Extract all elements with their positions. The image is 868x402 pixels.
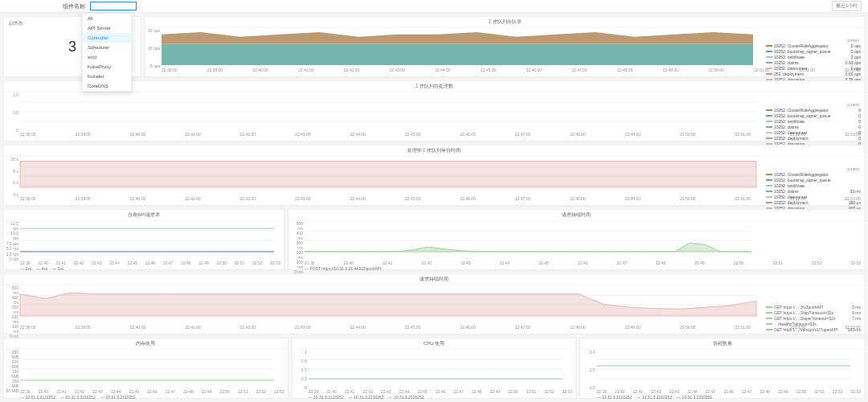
legend-item[interactable]: 10252: daemonset0	[766, 129, 862, 135]
legend-item[interactable]: GET https://…:3/v3pushAPI5 ms	[766, 304, 862, 310]
x-tick: 22:39:00	[75, 196, 90, 201]
x-tick: 22:53	[563, 389, 573, 394]
legend-item[interactable]: 10252: ClusterRoleAggregator0	[766, 107, 862, 113]
x-tick: 22:42	[651, 389, 661, 394]
x-tick: 22:50:00	[680, 196, 695, 201]
legend-item[interactable]: 252: deployment0.60 ops	[766, 71, 862, 76]
x-tick: 22:40:00	[130, 325, 145, 330]
component-select-input[interactable]	[90, 2, 137, 10]
panel-cpu: CPU 使用 10.80.50.3022:3922:4022:4122:4222…	[292, 338, 577, 399]
topbar: 组件名称: 最近1小时	[0, 0, 868, 13]
x-tick: 22:49	[778, 389, 788, 394]
legend-item[interactable]: GET https://…:3/api?timeout=32s9 ms	[766, 310, 862, 315]
x-tick: 22:41	[345, 389, 355, 394]
legend-item[interactable]: 10.31.3.2210252	[349, 395, 384, 400]
dropdown-item[interactable]: API Server	[83, 23, 131, 33]
chart-svg	[4, 350, 277, 388]
y-tick: 1.5	[582, 367, 595, 372]
legend-item[interactable]: 10252: claims0.93 ops	[766, 59, 862, 65]
legend-item[interactable]: 10.31.3.2110252	[309, 395, 344, 400]
legend-item[interactable]: 10252: daemonset	[766, 194, 862, 199]
x-tick: 22:49	[694, 260, 705, 265]
x-tick: 22:50:00	[680, 132, 695, 137]
y-tick: 250 MiB	[6, 350, 18, 359]
x-tick: 22:46	[145, 260, 156, 265]
y-tick: 150 MiB	[6, 369, 18, 379]
legend-item[interactable]: 10252: bootstrap_signer_queue0	[766, 113, 862, 118]
legend-item[interactable]: 4xx	[36, 266, 47, 271]
x-tick: 22:51	[814, 389, 825, 394]
x-tick: 22:42:00	[240, 325, 256, 330]
x-tick: 22:39	[309, 389, 319, 394]
y-tick: 1	[294, 350, 307, 355]
legend-item[interactable]: 10.31.3.2310252	[389, 395, 424, 400]
legend-item[interactable]: 10252: ClusterRoleAggregator0 ops	[766, 43, 862, 48]
panel-api-rate: 自身API请求率 12.5 rps10.0 rps7.5 rps5.0 rps2…	[3, 209, 285, 270]
legend-item[interactable]: 10252: claims33 ms	[766, 188, 862, 194]
x-tick: 22:41:00	[185, 325, 200, 330]
chart-svg	[4, 285, 760, 324]
x-tick: 22:47:00	[515, 196, 530, 201]
x-tick: 22:50	[508, 389, 518, 394]
y-tick: 0.8	[294, 359, 307, 363]
dropdown-item[interactable]: All	[83, 14, 131, 23]
legend-item[interactable]: 10.31.3.2110252	[596, 395, 632, 400]
x-tick: 22:45	[127, 260, 137, 265]
y-tick: 200 ms	[290, 250, 303, 260]
x-tick: 22:39	[596, 389, 607, 394]
legend-item[interactable]: 10252: bootstrap_signer_queue0 ops	[766, 48, 862, 54]
legend-item[interactable]: 10252: deployment0	[766, 135, 862, 141]
legend-item[interactable]: 10252: ClusterRoleAggregator	[766, 171, 862, 177]
legend-item[interactable]: 10252: claims0	[766, 124, 862, 129]
x-tick: 22:43	[669, 389, 680, 394]
time-range-picker[interactable]: 最近1小时	[832, 1, 862, 11]
legend-item[interactable]: 10.31.3.2310252	[677, 395, 712, 400]
x-tick: 22:45:00	[481, 68, 496, 72]
legend-item[interactable]: GET https://…/version/v1/?openAPI160 ms	[766, 326, 862, 332]
x-tick: 22:44:00	[350, 325, 366, 330]
chart-svg	[4, 221, 277, 260]
chart-svg	[145, 28, 756, 67]
chart-svg	[293, 350, 566, 388]
y-tick: 7.5 rps	[6, 241, 18, 246]
replicas-value: 3	[68, 39, 76, 55]
dropdown-item[interactable]: Controller	[83, 33, 131, 43]
legend-item[interactable]: 10252: certificate	[766, 183, 862, 188]
legend-item[interactable]: GET https://…:3/apis?timeout=32s7 ms	[766, 315, 862, 321]
x-tick: 22:52	[833, 389, 843, 394]
chart-svg	[580, 350, 854, 388]
legend-item[interactable]: …/healthz?timeout=32s	[766, 321, 862, 326]
y-tick: 100 MiB	[6, 379, 18, 388]
legend-item[interactable]: 10252: certificate0	[766, 118, 862, 124]
dropdown-item[interactable]: Scheduler	[83, 43, 131, 52]
legend-item[interactable]: 10252: certificate0 ops	[766, 54, 862, 59]
y-tick: 100 ms	[6, 324, 18, 334]
dropdown-item[interactable]: KubeProxy	[83, 62, 131, 72]
y-tick: 300 ms	[6, 305, 18, 314]
x-tick: 22:43	[92, 260, 102, 265]
legend-item[interactable]: 5xx	[52, 266, 63, 271]
legend-item[interactable]: 10.31.3.2110252	[20, 395, 55, 400]
x-tick: 22:50	[796, 389, 807, 394]
x-tick: 22:48	[183, 389, 194, 394]
x-tick: 22:43	[381, 389, 391, 394]
x-tick: 22:46:00	[460, 325, 475, 330]
legend-item[interactable]: 2xx	[20, 266, 31, 271]
legend-item[interactable]: 10252: bootstrap_signer_queue	[766, 177, 862, 183]
dropdown-item[interactable]: Kubelet	[83, 72, 131, 81]
x-tick: 22:51	[772, 260, 783, 265]
legend-item[interactable]: 10.31.3.2310252	[100, 395, 136, 400]
legend-item[interactable]: 10252: deployment380 µs	[766, 199, 862, 205]
x-tick: 22:43:00	[295, 132, 310, 137]
dropdown-item[interactable]: CoreDNS	[83, 81, 131, 91]
legend-item[interactable]: 10.31.3.2210252	[60, 395, 96, 400]
x-tick: 22:46:00	[460, 196, 475, 201]
legend-item[interactable]: POST https://10.31.3.21:443/10pushAPI	[305, 266, 382, 271]
legend-item[interactable]: 10252: daemonset0 ops	[766, 65, 862, 71]
x-tick: 22:43:00	[389, 68, 404, 72]
legend-item[interactable]: 10.31.3.2210252	[637, 395, 672, 400]
x-tick: 22:43:00	[295, 196, 310, 201]
y-tick: 200 ms	[6, 314, 18, 324]
dropdown-item[interactable]: etcd	[83, 52, 131, 62]
x-tick: 22:39	[20, 389, 31, 394]
